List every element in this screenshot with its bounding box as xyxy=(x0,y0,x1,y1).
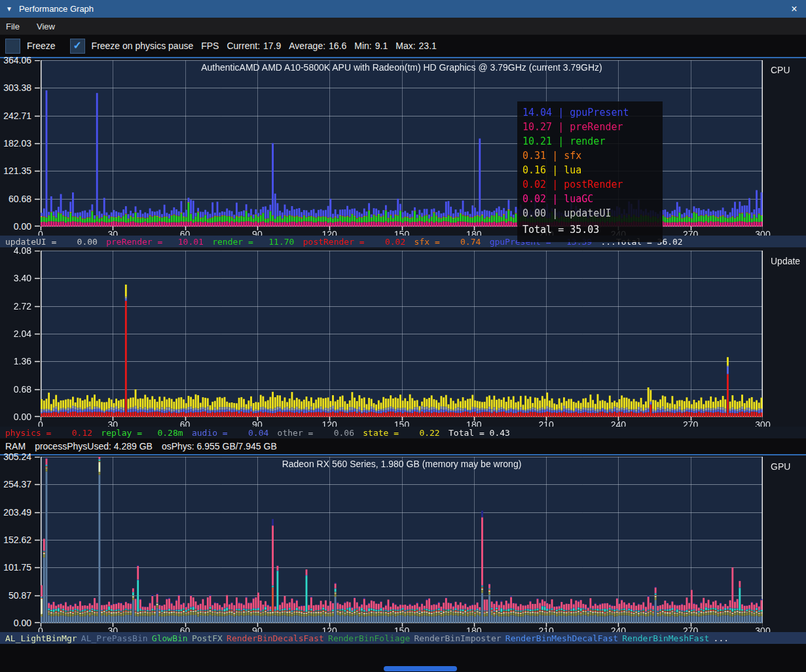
legend-item: RenderBinImposter xyxy=(414,633,502,643)
y-tick-label: 121.35 xyxy=(0,166,31,176)
gpu-plot-area: Radeon RX 560 Series, 1.980 GB (memory m… xyxy=(0,457,763,637)
y-tick-label: 203.49 xyxy=(0,507,31,518)
fps-current-value: 17.9 xyxy=(263,41,281,51)
fps-current-label: Current: xyxy=(227,41,260,51)
tooltip-row: 14.04 | gpuPresent xyxy=(522,105,657,120)
legend-item: replay = 0.28m xyxy=(101,428,183,438)
gpu-legend: AL_LightBinMgrAL_PrePassBinGlowBinPostFX… xyxy=(0,632,806,644)
titlebar[interactable]: ▼ Performance Graph × xyxy=(0,0,806,18)
tooltip-row: 0.00 | updateUI xyxy=(522,206,657,221)
ram-status-row: RAM processPhysUsed: 4.289 GB osPhys: 6.… xyxy=(0,438,806,454)
y-tick-label: 1.36 xyxy=(0,356,31,366)
update-chart-section: 4.083.402.722.041.360.680.00 03060901201… xyxy=(0,247,806,438)
y-tick-label: 182.03 xyxy=(0,138,31,149)
y-tick-label: 4.08 xyxy=(0,245,31,256)
cpu-chart-section: AuthenticAMD AMD A10-5800K APU with Rade… xyxy=(0,58,806,247)
y-tick-label: 364.06 xyxy=(0,55,31,65)
legend-item: RenderBinFoliage xyxy=(328,633,410,643)
update-chart-canvas xyxy=(34,251,763,422)
freeze-on-physics-checkbox[interactable]: ✓ xyxy=(70,39,85,54)
legend-item: RenderBinMeshFast xyxy=(622,633,709,643)
legend-item: physics = 0.12 xyxy=(5,428,92,438)
fps-max-label: Max: xyxy=(395,41,415,51)
legend-item: other = 0.06 xyxy=(278,428,354,438)
tooltip-total: Total = 35.03 xyxy=(522,222,657,237)
gpu-chart-title: Radeon RX 560 Series, 1.980 GB (memory m… xyxy=(41,459,763,469)
menu-view[interactable]: View xyxy=(37,22,55,31)
y-tick-label: 303.38 xyxy=(0,82,31,93)
legend-total: ... xyxy=(714,633,729,643)
collapse-triangle-icon[interactable]: ▼ xyxy=(6,5,12,12)
bottom-strip xyxy=(0,644,806,672)
close-icon[interactable]: × xyxy=(782,3,806,15)
update-legend: physics = 0.12replay = 0.28maudio = 0.04… xyxy=(0,427,806,438)
cpu-chart-title: AuthenticAMD AMD A10-5800K APU with Rade… xyxy=(41,62,763,73)
fps-label: FPS xyxy=(201,41,219,51)
fps-max-value: 23.1 xyxy=(419,41,437,51)
y-tick-label: 2.04 xyxy=(0,328,31,339)
y-tick-label: 305.24 xyxy=(0,451,31,462)
y-tick-label: 101.75 xyxy=(0,562,31,573)
legend-item: AL_PrePassBin xyxy=(81,633,148,643)
y-tick-label: 254.37 xyxy=(0,479,31,489)
y-tick-label: 152.62 xyxy=(0,535,31,545)
y-tick-label: 0.68 xyxy=(0,384,31,395)
freeze-checkbox[interactable] xyxy=(5,39,20,54)
window-title: Performance Graph xyxy=(19,4,782,14)
legend-item: postRender = 0.02 xyxy=(303,237,406,247)
update-side-label: Update xyxy=(771,256,800,266)
legend-item: AL_LightBinMgr xyxy=(5,633,77,643)
check-icon: ✓ xyxy=(73,41,81,51)
bottom-accent-bar xyxy=(384,666,457,671)
legend-item: sfx = 0.74 xyxy=(414,237,481,247)
legend-item: state = 0.22 xyxy=(363,428,439,438)
cpu-legend: updateUI = 0.00preRender = 10.01render =… xyxy=(0,236,806,247)
cpu-hover-tooltip: 14.04 | gpuPresent10.27 | preRender10.21… xyxy=(517,101,663,242)
legend-item: audio = 0.04 xyxy=(192,428,268,438)
y-tick-label: 2.72 xyxy=(0,301,31,311)
legend-total: Total = 0.43 xyxy=(449,428,510,438)
fps-average-label: Average: xyxy=(289,41,325,51)
fps-min-label: Min: xyxy=(354,41,371,51)
fps-average-value: 16.6 xyxy=(329,41,346,51)
menu-file[interactable]: File xyxy=(6,22,20,31)
legend-item: PostFX xyxy=(192,633,223,643)
y-tick-label: 0.00 xyxy=(0,412,31,422)
y-tick-label: 0.00 xyxy=(0,618,31,628)
performance-graph-window: ▼ Performance Graph × File View Freeze ✓… xyxy=(0,0,806,672)
y-tick-label: 242.71 xyxy=(0,111,31,121)
tooltip-row: 10.27 | preRender xyxy=(522,120,657,134)
ram-label: RAM xyxy=(5,441,26,451)
freeze-label: Freeze xyxy=(27,41,56,51)
legend-item: render = 11.70 xyxy=(212,237,294,247)
gpu-chart-section: Radeon RX 560 Series, 1.980 GB (memory m… xyxy=(0,455,806,644)
tooltip-row: 0.16 | lua xyxy=(522,163,657,177)
cpu-side-label: CPU xyxy=(771,65,790,75)
legend-item: preRender = 10.01 xyxy=(106,237,204,247)
y-tick-label: 60.68 xyxy=(0,194,31,204)
y-tick-label: 50.87 xyxy=(0,590,31,601)
tooltip-row: 0.02 | luaGC xyxy=(522,192,657,206)
tooltip-row: 0.02 | postRender xyxy=(522,177,657,192)
y-tick-label: 0.00 xyxy=(0,221,31,232)
freeze-on-physics-label: Freeze on physics pause xyxy=(92,41,194,51)
cpu-plot-area: AuthenticAMD AMD A10-5800K APU with Rade… xyxy=(0,60,763,241)
y-tick-label: 3.40 xyxy=(0,273,31,283)
gpu-side-label: GPU xyxy=(771,461,790,472)
legend-item: GlowBin xyxy=(152,633,188,643)
fps-min-value: 9.1 xyxy=(375,41,388,51)
toolbar: Freeze ✓ Freeze on physics pause FPS Cur… xyxy=(0,35,806,57)
tooltip-row: 10.21 | render xyxy=(522,134,657,149)
tooltip-row: 0.31 | sfx xyxy=(522,149,657,163)
ram-process-phys-used: processPhysUsed: 4.289 GB xyxy=(35,441,153,451)
update-plot-area: 4.083.402.722.041.360.680.00 03060901201… xyxy=(0,251,763,431)
legend-item: RenderBinMeshDecalFast xyxy=(505,633,618,643)
legend-item: RenderBinDecalsFast xyxy=(227,633,324,643)
gpu-chart-canvas xyxy=(34,457,763,628)
menubar: File View xyxy=(0,18,806,35)
ram-os-phys: osPhys: 6.955 GB/7.945 GB xyxy=(162,441,277,451)
